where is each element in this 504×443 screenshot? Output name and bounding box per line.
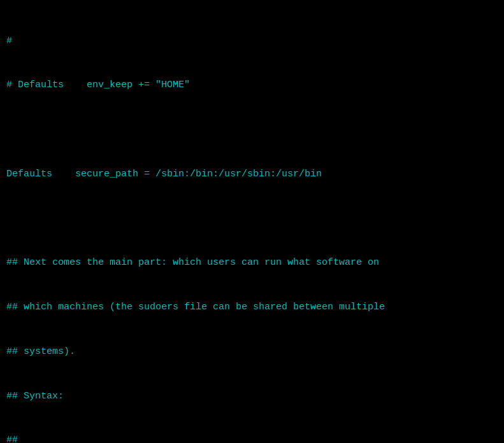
line-3 — [6, 122, 498, 137]
line-4: Defaults secure_path = /sbin:/bin:/usr/s… — [6, 167, 498, 181]
line-8: ## systems). — [6, 344, 498, 359]
line-7: ## which machines (the sudoers file can … — [6, 300, 498, 314]
line-1: # — [6, 34, 498, 48]
terminal-output: # # Defaults env_keep += "HOME" Defaults… — [6, 4, 498, 443]
line-5 — [6, 211, 498, 226]
line-6: ## Next comes the main part: which users… — [6, 255, 498, 270]
line-10: ## — [6, 433, 498, 443]
line-2: # Defaults env_keep += "HOME" — [6, 78, 498, 92]
line-9: ## Syntax: — [6, 389, 498, 404]
